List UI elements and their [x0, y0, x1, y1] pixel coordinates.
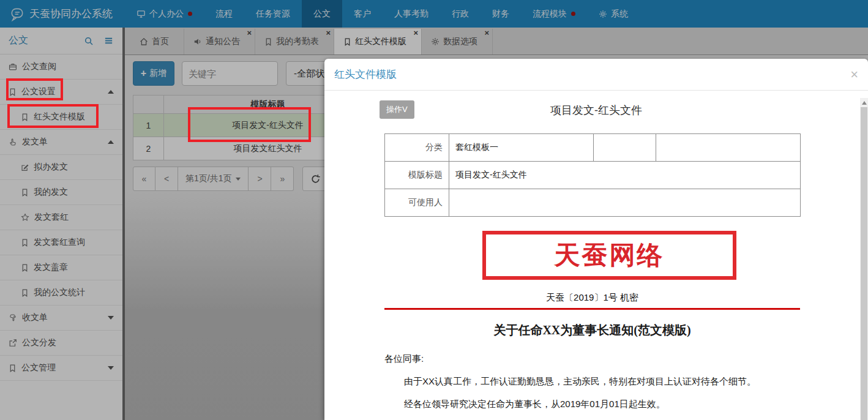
letterhead-text: 天蚕网络	[555, 238, 665, 272]
field-label: 分类	[385, 134, 449, 162]
field-row: 可使用人	[385, 189, 801, 217]
field-row: 模版标题 项目发文-红头文件	[385, 162, 801, 189]
action-dropdown-button[interactable]: 操作V	[380, 100, 414, 119]
salutation: 各位同事:	[384, 353, 800, 365]
field-value: 套红模板一	[449, 134, 594, 162]
modal-header: 红头文件模版 ×	[324, 59, 868, 91]
document-preview: 天蚕〔2019〕1号 机密 关于任命XX为董事长通知(范文模版) 各位同事: 由…	[384, 292, 800, 410]
modal-title: 红头文件模版	[334, 67, 397, 81]
redhead-template-modal: 红头文件模版 × 操作V 项目发文-红头文件 分类 套红模板一 模版标题 项目发…	[324, 59, 868, 420]
red-divider	[384, 308, 800, 310]
scrollbar-thumb[interactable]	[861, 107, 867, 420]
notice-title: 关于任命XX为董事长通知(范文模版)	[384, 322, 800, 339]
template-fields-table: 分类 套红模板一 模版标题 项目发文-红头文件 可使用人	[384, 133, 801, 217]
modal-toolbar: 操作V 项目发文-红头文件	[324, 98, 868, 125]
close-icon[interactable]: ×	[850, 69, 858, 81]
letterhead-box: 天蚕网络	[482, 231, 736, 280]
modal-scrollbar[interactable]	[860, 98, 868, 420]
doc-number: 天蚕〔2019〕1号 机密	[384, 292, 800, 304]
scroll-up-icon[interactable]	[860, 98, 868, 107]
field-row: 分类 套红模板一	[385, 134, 801, 162]
doc-paragraph: 经各位领导研究决定任命为董事长，从2019年01月01日起生效。	[384, 397, 800, 410]
field-value: 项目发文-红头文件	[449, 162, 801, 189]
field-label: 可使用人	[385, 189, 449, 217]
field-value	[449, 189, 801, 217]
field-label: 模版标题	[385, 162, 449, 189]
modal-body: 操作V 项目发文-红头文件 分类 套红模板一 模版标题 项目发文-红头文件 可使…	[324, 98, 868, 420]
doc-paragraph: 由于XX认真工作，工作认证勤勤恳恳，主动亲民，特别在对项目上认证对待各个细节。	[384, 375, 800, 388]
